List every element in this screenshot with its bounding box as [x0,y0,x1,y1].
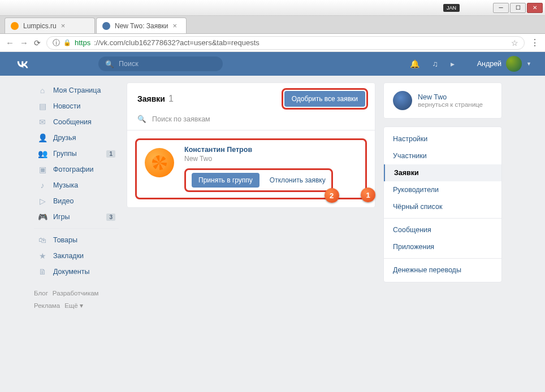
menu-transfers[interactable]: Денежные переводы [384,262,501,278]
chevron-down-icon: ▼ [526,61,531,67]
reload-icon[interactable]: ⟳ [34,38,41,47]
menu-apps[interactable]: Приложения [384,238,501,255]
menu-requests[interactable]: Заявки [384,164,501,181]
nav-forward-icon[interactable]: → [20,38,28,47]
search-placeholder: Поиск [119,60,139,68]
window-close[interactable]: ✕ [527,3,543,13]
avatar [506,56,522,72]
username: Андрей [477,60,501,68]
request-user-name[interactable]: Константин Петров [184,146,360,154]
browser-tabbar: Lumpics.ru × New Two: Заявки × [0,16,545,34]
requests-search[interactable]: 🔍 Поиск по заявкам [127,115,375,130]
menu-divider [384,258,501,259]
nav-news[interactable]: ▤Новости [34,98,119,114]
group-menu: Настройки Участники Заявки Руководители … [383,127,502,282]
notifications-icon[interactable]: 🔔 [410,59,419,68]
market-icon: 🛍 [37,235,47,245]
header-icons: 🔔 ♫ ▸ [410,59,455,68]
highlight-approve-all: Одобрить все заявки [282,88,368,110]
accept-button[interactable]: Принять в группу [192,173,259,188]
url-field[interactable]: ⓘ 🔒 https://vk.com/club162778632?act=use… [46,36,525,50]
tab-close-icon[interactable]: × [173,21,178,30]
orange-icon [145,148,174,177]
nav-groups[interactable]: 👥Группы1 [34,146,119,162]
nav-photos[interactable]: ▣Фотографии [34,162,119,177]
vk-header: 🔍 Поиск 🔔 ♫ ▸ Андрей ▼ [0,52,545,76]
nav-footer: БлогРазработчикам РекламаЕщё ▾ [34,288,119,312]
tab-close-icon[interactable]: × [61,21,66,30]
photos-icon: ▣ [37,164,47,175]
header-search[interactable]: 🔍 Поиск [98,56,223,71]
badge: 1 [106,150,115,158]
tab-vk[interactable]: New Two: Заявки × [96,18,187,33]
nav-docs[interactable]: 🗎Документы [34,264,119,280]
page-title: Заявки [137,94,165,103]
nav-divider [34,228,119,229]
footer-blog[interactable]: Блог [34,290,48,297]
side-nav: ⌂Моя Страница ▤Новости ✉Сообщения 👤Друзь… [34,82,119,312]
games-icon: 🎮 [37,212,47,222]
nav-label: Музыка [53,181,78,189]
nav-friends[interactable]: 👤Друзья [34,130,119,146]
nav-market[interactable]: 🛍Товары [34,232,119,248]
browser-menu-icon[interactable]: ⋮ [530,37,539,48]
search-icon: 🔍 [105,60,114,68]
nav-bookmarks[interactable]: ★Закладки [34,248,119,264]
news-icon: ▤ [37,101,47,111]
nav-back-icon[interactable]: ← [6,38,14,47]
group-avatar[interactable] [393,91,412,110]
nav-games[interactable]: 🎮Игры3 [34,209,119,225]
nav-my-page[interactable]: ⌂Моя Страница [34,82,119,98]
tab-label: Lumpics.ru [23,22,57,30]
window-maximize[interactable]: ☐ [510,3,526,13]
bookmark-icon[interactable]: ☆ [511,38,518,47]
nav-label: Фотографии [53,165,93,173]
nav-video[interactable]: ▷Видео [34,193,119,209]
home-icon: ⌂ [37,85,47,95]
tab-lumpics[interactable]: Lumpics.ru × [5,18,95,33]
request-group: New Two [184,155,360,163]
nav-music[interactable]: ♪Музыка [34,177,119,193]
group-return-link[interactable]: вернуться к странице [418,101,483,108]
music-icon[interactable]: ♫ [432,59,438,68]
address-bar: ← → ⟳ ⓘ 🔒 https://vk.com/club162778632?a… [0,34,545,52]
nav-label: Группы [53,150,77,158]
favicon-icon [102,22,110,30]
footer-more[interactable]: Ещё ▾ [64,302,83,309]
nav-label: Закладки [53,252,84,260]
nav-messages[interactable]: ✉Сообщения [34,114,119,130]
nav-label: Моя Страница [53,86,101,94]
footer-dev[interactable]: Разработчикам [53,290,99,297]
video-icon: ▷ [37,196,47,206]
header-user[interactable]: Андрей ▼ [477,56,531,72]
star-icon: ★ [37,251,47,261]
jan-badge: JAN [443,4,460,12]
approve-all-button[interactable]: Одобрить все заявки [284,91,365,107]
request-avatar[interactable] [142,146,176,180]
group-card: New Two вернуться к странице [383,82,502,119]
menu-messages[interactable]: Сообщения [384,221,501,238]
annotation-1: 1 [361,188,375,202]
menu-members[interactable]: Участники [384,147,501,164]
messages-icon: ✉ [37,117,47,127]
menu-managers[interactable]: Руководители [384,181,501,198]
requests-card: Заявки 1 Одобрить все заявки 🔍 Поиск по … [127,82,375,208]
group-name[interactable]: New Two [418,93,483,101]
highlight-actions: Принять в группу Отклонить заявку 2 [184,168,333,192]
window-minimize[interactable]: ─ [493,3,509,13]
menu-settings[interactable]: Настройки [384,130,501,147]
badge: 3 [106,214,115,221]
nav-label: Новости [53,102,80,110]
footer-ads[interactable]: Реклама [34,302,60,309]
groups-icon: 👥 [37,149,47,159]
nav-label: Документы [53,268,89,276]
player-icon[interactable]: ▸ [451,59,455,68]
nav-label: Игры [53,213,70,221]
decline-link[interactable]: Отклонить заявку [270,176,326,184]
annotation-2: 2 [325,188,339,203]
vk-logo-icon[interactable] [14,58,31,69]
favicon-icon [11,22,19,30]
menu-blacklist[interactable]: Чёрный список [384,198,501,215]
url-text: ://vk.com/club162778632?act=users&tab=re… [94,38,259,47]
music-icon: ♪ [37,180,47,190]
